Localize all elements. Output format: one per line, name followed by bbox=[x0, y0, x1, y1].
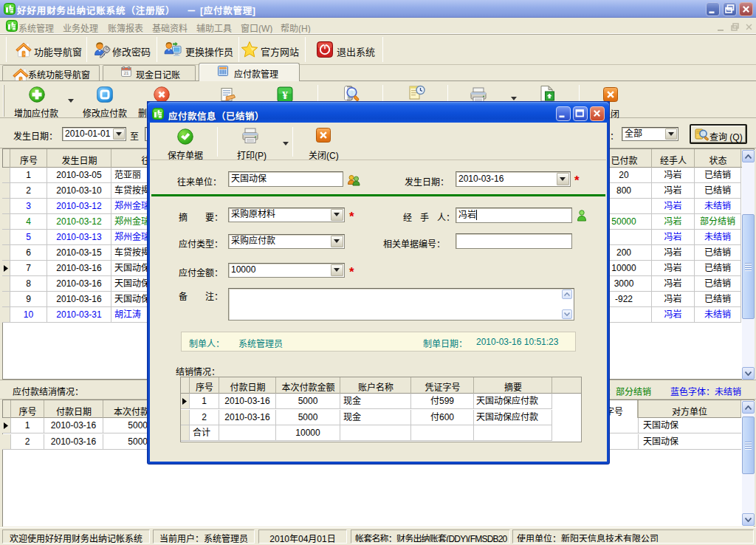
svg-text:21: 21 bbox=[124, 71, 129, 75]
svg-text:¥: ¥ bbox=[282, 89, 288, 101]
